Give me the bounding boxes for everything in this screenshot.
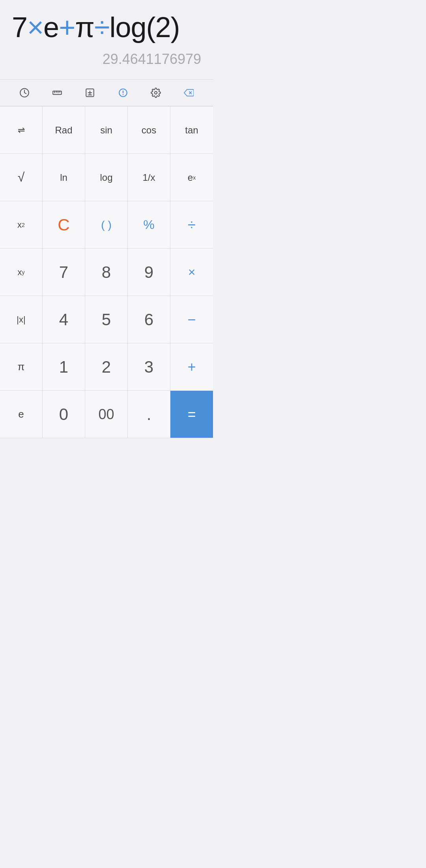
key-multiply[interactable]: × bbox=[170, 249, 213, 296]
key-abs[interactable]: |x| bbox=[0, 296, 43, 343]
key-sin[interactable]: sin bbox=[85, 107, 128, 154]
plus-op: + bbox=[59, 11, 75, 43]
display-area: 7×e+π÷log(2) 29.4641176979 bbox=[0, 0, 213, 79]
key-4[interactable]: 4 bbox=[43, 296, 85, 343]
key-reciprocal[interactable]: 1/x bbox=[128, 154, 170, 201]
key-log[interactable]: log bbox=[85, 154, 128, 201]
expression: 7×e+π÷log(2) bbox=[12, 8, 201, 47]
key-pi[interactable]: π bbox=[0, 343, 43, 391]
history-button[interactable] bbox=[15, 83, 34, 103]
toolbar bbox=[0, 79, 213, 106]
key-0[interactable]: 0 bbox=[43, 391, 85, 438]
key-decimal[interactable]: . bbox=[128, 391, 170, 438]
key-5[interactable]: 5 bbox=[85, 296, 128, 343]
key-add[interactable]: + bbox=[170, 343, 213, 391]
key-9[interactable]: 9 bbox=[128, 249, 170, 296]
key-7[interactable]: 7 bbox=[43, 249, 85, 296]
settings-button[interactable] bbox=[146, 83, 166, 103]
result: 29.4641176979 bbox=[12, 47, 201, 75]
keypad: ⇌ Rad sin cos tan √ ln log 1/x ex x2 C (… bbox=[0, 106, 213, 438]
key-sqrt[interactable]: √ bbox=[0, 154, 43, 201]
divide-op: ÷ bbox=[94, 11, 110, 43]
key-double-zero[interactable]: 00 bbox=[85, 391, 128, 438]
key-6[interactable]: 6 bbox=[128, 296, 170, 343]
key-3[interactable]: 3 bbox=[128, 343, 170, 391]
key-parens[interactable]: ( ) bbox=[85, 201, 128, 249]
key-swap[interactable]: ⇌ bbox=[0, 107, 43, 154]
svg-point-10 bbox=[155, 92, 157, 94]
key-subtract[interactable]: − bbox=[170, 296, 213, 343]
svg-rect-1 bbox=[53, 91, 62, 95]
key-2[interactable]: 2 bbox=[85, 343, 128, 391]
key-1[interactable]: 1 bbox=[43, 343, 85, 391]
key-equals[interactable]: = bbox=[170, 391, 213, 438]
key-ln[interactable]: ln bbox=[43, 154, 85, 201]
multiply-op: × bbox=[27, 11, 43, 43]
key-square[interactable]: x2 bbox=[0, 201, 43, 249]
key-euler[interactable]: e bbox=[0, 391, 43, 438]
key-divide[interactable]: ÷ bbox=[170, 201, 213, 249]
ruler-button[interactable] bbox=[47, 83, 67, 103]
key-percent[interactable]: % bbox=[128, 201, 170, 249]
plusminus-button[interactable] bbox=[80, 83, 100, 103]
key-tan[interactable]: tan bbox=[170, 107, 213, 154]
key-power[interactable]: xy bbox=[0, 249, 43, 296]
key-rad[interactable]: Rad bbox=[43, 107, 85, 154]
key-clear[interactable]: C bbox=[43, 201, 85, 249]
theme-button[interactable] bbox=[113, 83, 133, 103]
key-8[interactable]: 8 bbox=[85, 249, 128, 296]
key-exp[interactable]: ex bbox=[170, 154, 213, 201]
backspace-button[interactable] bbox=[179, 83, 198, 103]
key-cos[interactable]: cos bbox=[128, 107, 170, 154]
